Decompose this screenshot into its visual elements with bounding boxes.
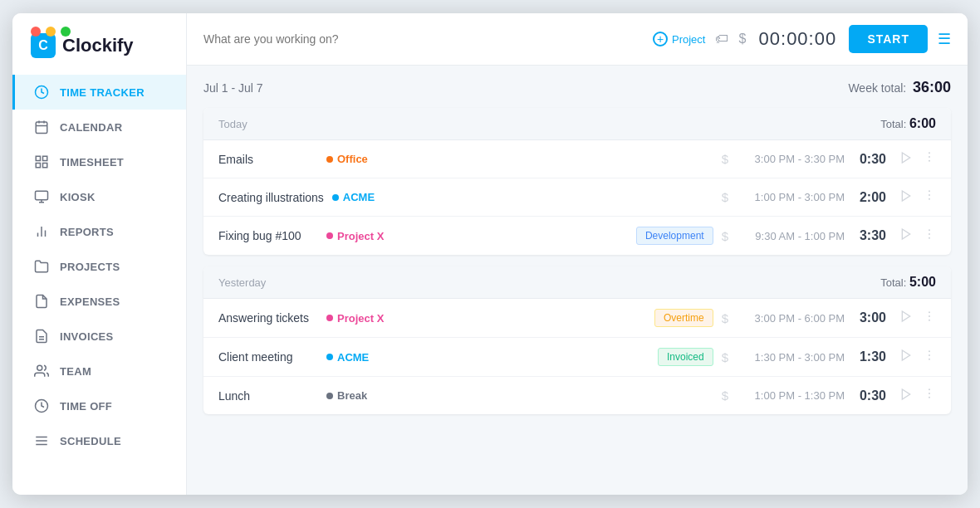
sidebar-item-invoices[interactable]: INVOICES: [12, 319, 186, 354]
sidebar: C Clockify TIME TRACKERCALENDARTIMESHEET…: [12, 13, 187, 495]
sidebar-item-label-schedule: SCHEDULE: [60, 435, 121, 447]
main-content: + Project 🏷 $ 00:00:00 START ☰ Jul 1 - J…: [187, 13, 968, 495]
maximize-button[interactable]: [61, 27, 71, 37]
entry-duration-1-0: 3:00: [853, 310, 886, 325]
svg-point-33: [929, 237, 930, 238]
project-dot-0-1: [332, 194, 339, 201]
play-button-0-1[interactable]: [899, 189, 913, 206]
entry-duration-0-1: 2:00: [853, 190, 886, 205]
sidebar-item-time-off[interactable]: TIME OFF: [12, 388, 186, 423]
header-bar: + Project 🏷 $ 00:00:00 START ☰: [187, 13, 968, 66]
time-range-0-1: 1:00 PM - 3:00 PM: [737, 191, 845, 203]
sidebar-item-calendar[interactable]: CALENDAR: [12, 110, 186, 144]
svg-point-35: [929, 311, 930, 313]
list-view-icon[interactable]: ☰: [938, 30, 951, 48]
time-entry-0-0: EmailsOffice$3:00 PM - 3:30 PM0:30: [203, 140, 951, 178]
time-entry-1-1: Client meetingACMEInvoiced$1:30 PM - 3:0…: [203, 338, 951, 377]
svg-point-41: [929, 358, 930, 359]
svg-point-44: [929, 393, 930, 394]
billable-icon-1-0[interactable]: $: [722, 311, 728, 325]
more-button-1-1[interactable]: [923, 349, 936, 366]
more-button-0-1[interactable]: [923, 188, 936, 206]
svg-rect-8: [43, 164, 47, 168]
sidebar-item-reports[interactable]: REPORTS: [12, 214, 186, 249]
svg-rect-9: [36, 191, 48, 200]
team-icon: [33, 363, 50, 379]
project-tag-0-1: ACME: [332, 191, 375, 203]
minimize-button[interactable]: [46, 27, 56, 37]
sidebar-item-label-projects: PROJECTS: [60, 261, 120, 273]
project-button[interactable]: + Project: [653, 32, 705, 46]
start-button[interactable]: START: [849, 25, 928, 53]
play-button-1-2[interactable]: [899, 388, 913, 404]
project-dot-1-2: [326, 393, 333, 399]
time-range-1-0: 3:00 PM - 6:00 PM: [737, 312, 845, 325]
entry-duration-1-2: 0:30: [853, 388, 886, 403]
svg-point-32: [929, 233, 930, 235]
svg-point-39: [929, 350, 930, 352]
svg-point-31: [929, 229, 930, 231]
more-button-1-2[interactable]: [923, 387, 936, 404]
sidebar-item-label-calendar: CALENDAR: [60, 121, 122, 134]
tag-icon[interactable]: 🏷: [715, 32, 728, 46]
sidebar-item-schedule[interactable]: SCHEDULE: [12, 423, 186, 458]
more-button-0-2[interactable]: [923, 227, 936, 245]
billable-icon-0-1[interactable]: $: [722, 190, 728, 204]
play-button-0-0[interactable]: [899, 151, 913, 168]
sidebar-item-label-invoices: INVOICES: [60, 330, 114, 343]
entry-name-0-1: Creating illustrations: [218, 191, 324, 204]
project-dot-1-1: [326, 354, 333, 360]
sidebar-item-timesheet[interactable]: TIMESHEET: [12, 144, 186, 179]
billable-icon-0-2[interactable]: $: [722, 229, 728, 243]
svg-marker-30: [902, 229, 909, 239]
play-button-1-0[interactable]: [899, 310, 913, 326]
entry-name-1-2: Lunch: [218, 389, 318, 403]
play-button-1-1[interactable]: [899, 349, 913, 365]
svg-point-43: [929, 388, 930, 390]
svg-point-23: [929, 152, 930, 154]
time-range-0-0: 3:00 PM - 3:30 PM: [737, 153, 845, 165]
svg-point-17: [37, 365, 42, 370]
folder-icon: [33, 258, 50, 275]
svg-point-36: [929, 315, 930, 317]
svg-point-28: [929, 194, 930, 196]
entry-name-0-2: Fixing bug #100: [218, 229, 318, 242]
svg-rect-5: [36, 156, 40, 160]
billable-icon-1-2[interactable]: $: [722, 388, 728, 403]
sidebar-item-expenses[interactable]: EXPENSES: [12, 284, 186, 319]
billable-icon[interactable]: $: [738, 32, 746, 46]
svg-point-45: [929, 397, 930, 398]
entry-badge-1-0: Overtime: [654, 309, 713, 327]
day-header-1: YesterdayTotal: 5:00: [203, 266, 951, 299]
search-input[interactable]: [203, 32, 643, 46]
project-label: Project: [672, 33, 705, 46]
more-button-1-0[interactable]: [923, 310, 936, 327]
plus-circle-icon: +: [653, 32, 668, 46]
sidebar-item-label-time-off: TIME OFF: [60, 400, 112, 413]
day-total-1: Total: 5:00: [880, 275, 936, 290]
day-name-1: Yesterday: [218, 276, 266, 289]
project-name-1-2: Break: [337, 389, 367, 402]
entry-badge-0-2: Development: [636, 227, 713, 245]
svg-marker-42: [902, 389, 909, 399]
project-name-0-0: Office: [337, 153, 368, 165]
svg-marker-34: [902, 311, 909, 321]
billable-icon-1-1[interactable]: $: [722, 350, 728, 364]
week-total-label: Week total:: [848, 81, 906, 95]
close-button[interactable]: [31, 27, 41, 37]
sidebar-item-projects[interactable]: PROJECTS: [12, 249, 186, 284]
more-button-0-0[interactable]: [923, 150, 936, 168]
logo-icon: C: [31, 33, 56, 58]
clock-icon: [33, 84, 50, 100]
schedule-icon: [33, 432, 50, 449]
sidebar-item-kiosk[interactable]: KIOSK: [12, 179, 186, 214]
project-dot-0-2: [326, 232, 333, 239]
svg-marker-38: [902, 350, 909, 360]
time-range-1-2: 1:00 PM - 1:30 PM: [737, 389, 845, 402]
sidebar-item-team[interactable]: TEAM: [12, 354, 186, 388]
play-button-0-2[interactable]: [899, 227, 913, 244]
sidebar-item-time-tracker[interactable]: TIME TRACKER: [12, 75, 186, 110]
billable-icon-0-0[interactable]: $: [722, 152, 728, 166]
day-total-0: Total: 6:00: [880, 116, 936, 131]
entry-name-0-0: Emails: [218, 153, 318, 166]
